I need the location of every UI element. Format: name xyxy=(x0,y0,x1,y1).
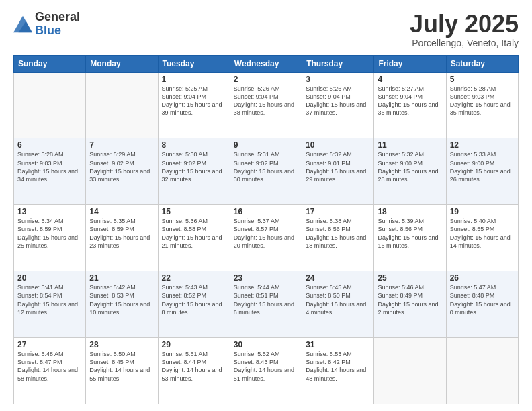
table-row: 2Sunrise: 5:26 AMSunset: 9:04 PMDaylight… xyxy=(230,72,302,138)
day-number: 23 xyxy=(234,273,298,283)
table-row: 13Sunrise: 5:34 AMSunset: 8:59 PMDayligh… xyxy=(14,205,86,271)
table-row: 6Sunrise: 5:28 AMSunset: 9:03 PMDaylight… xyxy=(14,138,86,205)
day-number: 27 xyxy=(17,340,82,349)
col-saturday: Saturday xyxy=(446,55,518,72)
logo: General Blue xyxy=(13,11,80,38)
day-info: Sunrise: 5:48 AMSunset: 8:47 PMDaylight:… xyxy=(17,350,82,383)
table-row: 4Sunrise: 5:27 AMSunset: 9:04 PMDaylight… xyxy=(374,72,446,138)
day-info: Sunrise: 5:40 AMSunset: 8:55 PMDaylight:… xyxy=(450,217,515,250)
day-number: 10 xyxy=(306,140,370,150)
day-info: Sunrise: 5:42 AMSunset: 8:53 PMDaylight:… xyxy=(89,283,154,316)
day-info: Sunrise: 5:51 AMSunset: 8:44 PMDaylight:… xyxy=(162,350,226,383)
day-number: 2 xyxy=(234,75,298,84)
day-info: Sunrise: 5:28 AMSunset: 9:03 PMDaylight:… xyxy=(17,150,82,183)
table-row: 31Sunrise: 5:53 AMSunset: 8:42 PMDayligh… xyxy=(302,338,374,404)
logo-icon xyxy=(13,15,32,34)
table-row: 22Sunrise: 5:43 AMSunset: 8:52 PMDayligh… xyxy=(158,271,230,338)
logo-blue: Blue xyxy=(35,24,80,38)
title-block: July 2025 Porcellengo, Veneto, Italy xyxy=(410,11,519,48)
table-row: 15Sunrise: 5:36 AMSunset: 8:58 PMDayligh… xyxy=(158,205,230,271)
day-info: Sunrise: 5:33 AMSunset: 9:00 PMDaylight:… xyxy=(450,150,515,183)
day-number: 19 xyxy=(450,207,515,216)
logo-text: General Blue xyxy=(35,11,80,38)
day-number: 17 xyxy=(306,207,370,216)
month-title: July 2025 xyxy=(410,11,519,38)
page: General Blue July 2025 Porcellengo, Vene… xyxy=(0,0,532,411)
table-row: 25Sunrise: 5:46 AMSunset: 8:49 PMDayligh… xyxy=(374,271,446,338)
col-sunday: Sunday xyxy=(14,55,86,72)
table-row: 14Sunrise: 5:35 AMSunset: 8:59 PMDayligh… xyxy=(86,205,158,271)
table-row: 10Sunrise: 5:32 AMSunset: 9:01 PMDayligh… xyxy=(302,138,374,205)
table-row: 19Sunrise: 5:40 AMSunset: 8:55 PMDayligh… xyxy=(446,205,518,271)
table-row: 16Sunrise: 5:37 AMSunset: 8:57 PMDayligh… xyxy=(230,205,302,271)
calendar-week-row: 13Sunrise: 5:34 AMSunset: 8:59 PMDayligh… xyxy=(14,205,519,271)
day-number: 31 xyxy=(306,340,370,349)
table-row xyxy=(86,72,158,138)
table-row: 12Sunrise: 5:33 AMSunset: 9:00 PMDayligh… xyxy=(446,138,518,205)
day-info: Sunrise: 5:37 AMSunset: 8:57 PMDaylight:… xyxy=(234,217,298,250)
day-info: Sunrise: 5:35 AMSunset: 8:59 PMDaylight:… xyxy=(89,217,154,250)
table-row xyxy=(374,338,446,404)
day-info: Sunrise: 5:28 AMSunset: 9:03 PMDaylight:… xyxy=(450,85,515,118)
day-number: 29 xyxy=(162,340,226,349)
day-info: Sunrise: 5:53 AMSunset: 8:42 PMDaylight:… xyxy=(306,350,370,383)
table-row: 21Sunrise: 5:42 AMSunset: 8:53 PMDayligh… xyxy=(86,271,158,338)
table-row: 3Sunrise: 5:26 AMSunset: 9:04 PMDaylight… xyxy=(302,72,374,138)
col-thursday: Thursday xyxy=(302,55,374,72)
location-subtitle: Porcellengo, Veneto, Italy xyxy=(410,38,519,48)
day-number: 25 xyxy=(378,273,442,283)
day-number: 26 xyxy=(450,273,515,283)
table-row: 9Sunrise: 5:31 AMSunset: 9:02 PMDaylight… xyxy=(230,138,302,205)
table-row: 27Sunrise: 5:48 AMSunset: 8:47 PMDayligh… xyxy=(14,338,86,404)
table-row: 7Sunrise: 5:29 AMSunset: 9:02 PMDaylight… xyxy=(86,138,158,205)
table-row: 1Sunrise: 5:25 AMSunset: 9:04 PMDaylight… xyxy=(158,72,230,138)
table-row: 23Sunrise: 5:44 AMSunset: 8:51 PMDayligh… xyxy=(230,271,302,338)
day-number: 21 xyxy=(89,273,154,283)
day-info: Sunrise: 5:47 AMSunset: 8:48 PMDaylight:… xyxy=(450,283,515,316)
day-number: 6 xyxy=(17,140,82,150)
day-number: 24 xyxy=(306,273,370,283)
day-number: 28 xyxy=(89,340,154,349)
day-info: Sunrise: 5:52 AMSunset: 8:43 PMDaylight:… xyxy=(234,350,298,383)
table-row: 20Sunrise: 5:41 AMSunset: 8:54 PMDayligh… xyxy=(14,271,86,338)
logo-general: General xyxy=(35,11,80,24)
table-row: 17Sunrise: 5:38 AMSunset: 8:56 PMDayligh… xyxy=(302,205,374,271)
day-info: Sunrise: 5:44 AMSunset: 8:51 PMDaylight:… xyxy=(234,283,298,316)
day-number: 11 xyxy=(378,140,442,150)
day-number: 5 xyxy=(450,75,515,84)
day-info: Sunrise: 5:34 AMSunset: 8:59 PMDaylight:… xyxy=(17,217,82,250)
header: General Blue July 2025 Porcellengo, Vene… xyxy=(13,11,519,48)
col-wednesday: Wednesday xyxy=(230,55,302,72)
table-row: 8Sunrise: 5:30 AMSunset: 9:02 PMDaylight… xyxy=(158,138,230,205)
day-info: Sunrise: 5:30 AMSunset: 9:02 PMDaylight:… xyxy=(162,150,226,183)
day-number: 9 xyxy=(234,140,298,150)
day-number: 4 xyxy=(378,75,442,84)
table-row: 28Sunrise: 5:50 AMSunset: 8:45 PMDayligh… xyxy=(86,338,158,404)
day-number: 18 xyxy=(378,207,442,216)
col-friday: Friday xyxy=(374,55,446,72)
calendar-week-row: 6Sunrise: 5:28 AMSunset: 9:03 PMDaylight… xyxy=(14,138,519,205)
day-number: 7 xyxy=(89,140,154,150)
table-row: 11Sunrise: 5:32 AMSunset: 9:00 PMDayligh… xyxy=(374,138,446,205)
day-info: Sunrise: 5:27 AMSunset: 9:04 PMDaylight:… xyxy=(378,85,442,118)
table-row: 18Sunrise: 5:39 AMSunset: 8:56 PMDayligh… xyxy=(374,205,446,271)
day-number: 15 xyxy=(162,207,226,216)
calendar-table: Sunday Monday Tuesday Wednesday Thursday… xyxy=(13,55,519,404)
table-row: 5Sunrise: 5:28 AMSunset: 9:03 PMDaylight… xyxy=(446,72,518,138)
day-info: Sunrise: 5:50 AMSunset: 8:45 PMDaylight:… xyxy=(89,350,154,383)
day-info: Sunrise: 5:39 AMSunset: 8:56 PMDaylight:… xyxy=(378,217,442,250)
day-number: 14 xyxy=(89,207,154,216)
table-row: 30Sunrise: 5:52 AMSunset: 8:43 PMDayligh… xyxy=(230,338,302,404)
day-number: 20 xyxy=(17,273,82,283)
day-info: Sunrise: 5:29 AMSunset: 9:02 PMDaylight:… xyxy=(89,150,154,183)
calendar-header-row: Sunday Monday Tuesday Wednesday Thursday… xyxy=(14,55,519,72)
day-number: 30 xyxy=(234,340,298,349)
day-number: 8 xyxy=(162,140,226,150)
col-monday: Monday xyxy=(86,55,158,72)
day-info: Sunrise: 5:45 AMSunset: 8:50 PMDaylight:… xyxy=(306,283,370,316)
day-number: 13 xyxy=(17,207,82,216)
day-info: Sunrise: 5:38 AMSunset: 8:56 PMDaylight:… xyxy=(306,217,370,250)
day-info: Sunrise: 5:25 AMSunset: 9:04 PMDaylight:… xyxy=(162,85,226,118)
day-info: Sunrise: 5:41 AMSunset: 8:54 PMDaylight:… xyxy=(17,283,82,316)
calendar-week-row: 1Sunrise: 5:25 AMSunset: 9:04 PMDaylight… xyxy=(14,72,519,138)
